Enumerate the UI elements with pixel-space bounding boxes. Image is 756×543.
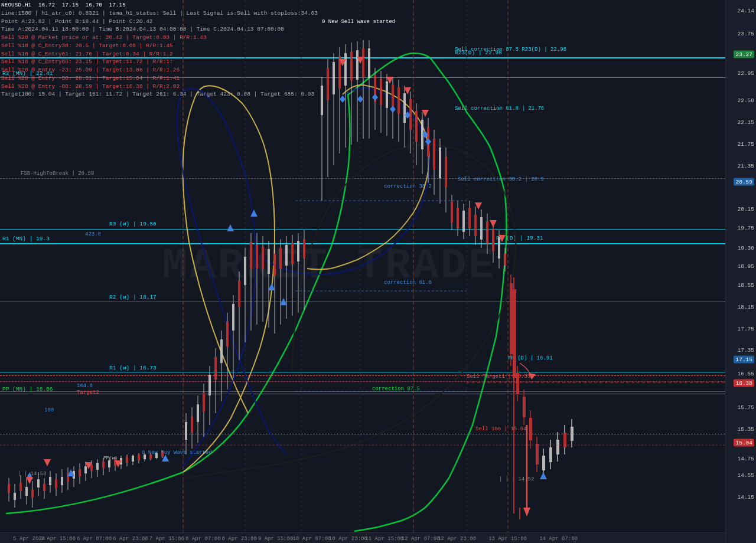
price-label-2327: 23.27: [734, 51, 754, 58]
svg-rect-42: [102, 462, 105, 468]
svg-rect-185: [549, 447, 552, 462]
watermark: MARKET TRADE: [162, 242, 496, 290]
r1mn-label: R1 (MN) | 19.3: [2, 235, 50, 242]
svg-rect-112: [338, 56, 341, 89]
svg-rect-22: [43, 484, 45, 491]
svg-marker-203: [115, 460, 122, 467]
price-label-1775: 17.75: [737, 325, 754, 332]
svg-rect-180: [513, 289, 516, 378]
time-label-3: 6 Apr 23:00: [113, 536, 148, 542]
svg-rect-146: [439, 148, 441, 178]
svg-rect-122: [368, 48, 370, 78]
svg-rect-62: [161, 452, 164, 457]
sell-target-line: [0, 381, 725, 382]
svg-rect-24: [49, 477, 51, 485]
svg-rect-168: [504, 254, 506, 266]
svg-rect-156: [468, 208, 471, 228]
svg-marker-227: [529, 373, 536, 380]
svg-rect-174: [523, 397, 526, 417]
r2-mn-line: [0, 77, 725, 78]
price-label-1638: 16.38: [734, 379, 754, 387]
sell-c382-label: Sell correction 38.2 | 20.5: [458, 176, 544, 182]
svg-rect-126: [380, 78, 382, 105]
time-label-5: 8 Apr 07:00: [185, 536, 220, 542]
svg-rect-56: [144, 454, 146, 459]
price-label-2375: 23.75: [737, 31, 754, 37]
price-label-1930: 19.30: [737, 245, 754, 251]
price-label-2215: 22.15: [737, 119, 754, 126]
wave-sell-label: 0 New Sell wave started: [322, 19, 395, 25]
svg-rect-130: [392, 84, 394, 111]
svg-rect-82: [238, 280, 240, 307]
svg-marker-217: [422, 131, 428, 138]
svg-rect-18: [31, 490, 34, 498]
svg-rect-76: [220, 339, 223, 363]
svg-marker-207: [404, 87, 411, 94]
n423-label: 423.6: [85, 231, 101, 237]
svg-rect-30: [67, 473, 69, 482]
svg-rect-191: [571, 427, 573, 441]
svg-rect-72: [208, 375, 211, 395]
svg-rect-114: [344, 53, 347, 86]
svg-marker-201: [44, 459, 51, 466]
ppmn-line: [0, 394, 725, 394]
n164-label: 164.8: [77, 383, 93, 389]
svg-rect-172: [516, 373, 519, 394]
price-label-1735: 17.35: [737, 347, 754, 354]
n100-label: 100: [44, 407, 54, 413]
sell100-label: Sell 100 | 15.94: [475, 426, 526, 432]
svg-marker-193: [67, 469, 74, 476]
svg-rect-162: [486, 221, 488, 244]
sell1638-line: [0, 375, 725, 376]
fsb-label: FSB-HighToBreak | 20.59: [21, 171, 94, 176]
val1452-label: | | | 14.52: [499, 476, 534, 482]
svg-rect-52: [132, 456, 134, 462]
time-label-9: 10 Apr 23:00: [329, 536, 367, 542]
svg-marker-212: [340, 96, 346, 103]
svg-rect-78: [226, 322, 229, 346]
svg-rect-68: [197, 404, 199, 422]
svg-rect-132: [397, 87, 400, 114]
price-axis: 24.14 23.75 23.27 22.95 22.50 22.15 21.7…: [725, 0, 756, 543]
price-label-1575: 15.75: [737, 404, 754, 411]
svg-rect-54: [138, 454, 140, 460]
time-label-8: 10 Apr 07:00: [293, 536, 331, 542]
svg-rect-110: [333, 62, 335, 94]
c382-label: correction 38.2: [384, 184, 432, 189]
r1mn-line: [0, 243, 725, 244]
svg-rect-14: [19, 483, 22, 491]
svg-rect-152: [457, 208, 459, 228]
r2w-label: R2 (w) | 18.17: [109, 294, 157, 300]
time-label-11: 12 Apr 07:00: [402, 536, 440, 542]
svg-rect-166: [498, 237, 500, 259]
svg-rect-187: [556, 440, 559, 454]
svg-rect-26: [55, 479, 57, 488]
svg-rect-16: [25, 487, 28, 496]
sell-target-label: Sell Target1 | 16.33: [467, 374, 530, 380]
svg-marker-194: [162, 454, 169, 462]
svg-rect-104: [303, 239, 305, 259]
svg-marker-211: [498, 235, 506, 242]
sell100-line: [0, 434, 725, 434]
svg-rect-38: [90, 465, 93, 471]
chart-area: MARKET TRADE R2 (MN) | 22.41 R23(D) | 22…: [0, 0, 725, 532]
svg-rect-142: [427, 127, 429, 156]
time-label-13: 13 Apr 15:00: [488, 536, 527, 542]
svg-rect-128: [386, 81, 388, 108]
ppd-label: PP (D) | 16.91: [508, 355, 553, 361]
svg-marker-214: [372, 94, 378, 101]
r3w-line: [0, 229, 725, 230]
r3w-label: R3 (w) | 19.56: [109, 221, 157, 227]
time-label-4: 7 Apr 15:00: [149, 536, 184, 542]
c618-label: correction 61.8: [384, 280, 432, 286]
r2mn-label: R2 (MN) | 22.41: [2, 70, 53, 77]
price-label-2135: 21.35: [737, 162, 754, 169]
svg-rect-36: [84, 466, 87, 473]
time-label-1: 5 Apr 15:00: [41, 536, 76, 542]
fsb-line: [0, 178, 725, 179]
svg-rect-148: [445, 156, 447, 187]
c875-bot-label: correction 87.5: [372, 386, 420, 392]
svg-rect-60: [155, 453, 158, 458]
c875-line: [0, 391, 725, 392]
svg-rect-66: [191, 416, 193, 433]
